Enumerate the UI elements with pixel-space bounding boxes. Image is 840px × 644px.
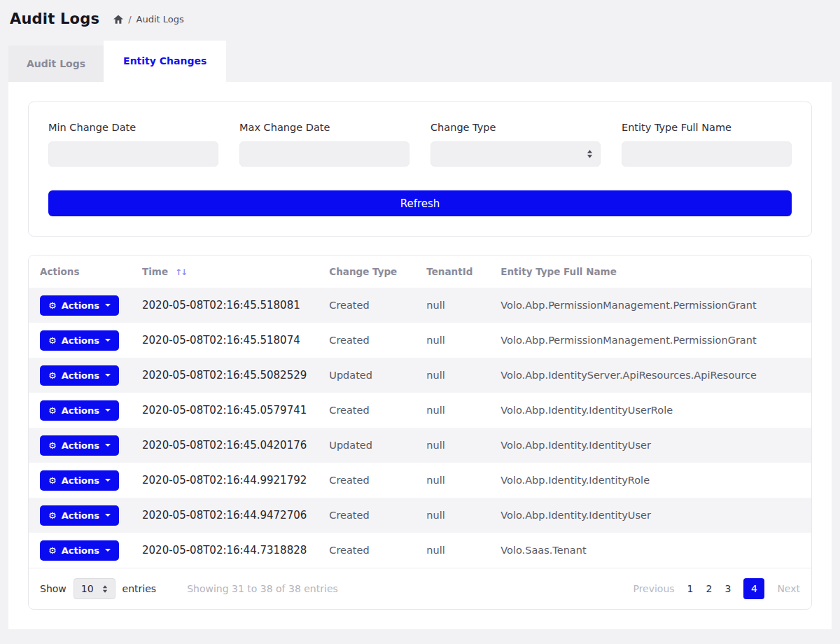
show-label: Show — [40, 583, 66, 594]
tab-audit-logs[interactable]: Audit Logs — [8, 46, 104, 82]
row-actions-button[interactable]: ⚙Actions — [40, 435, 119, 456]
entity-type-cell: Volo.Abp.Identity.IdentityUser — [489, 498, 811, 533]
table-row: ⚙Actions2020-05-08T02:16:44.7318828Creat… — [29, 533, 811, 568]
column-header-tenant-id: TenantId — [415, 255, 489, 288]
entity-type-cell: Volo.Abp.IdentityServer.ApiResources.Api… — [489, 358, 811, 393]
tenant-id-cell: null — [415, 533, 489, 568]
main-panel: Min Change Date Max Change Date Change T… — [8, 82, 832, 629]
tab-entity-changes[interactable]: Entity Changes — [104, 41, 226, 82]
pagination-page-4[interactable]: 4 — [743, 578, 764, 599]
tab-bar: Audit Logs Entity Changes — [8, 41, 832, 82]
time-cell: 2020-05-08T02:16:45.518081 — [131, 288, 318, 323]
table-row: ⚙Actions2020-05-08T02:16:44.9921792Creat… — [29, 463, 811, 498]
tenant-id-cell: null — [415, 358, 489, 393]
page-size-value: 10 — [81, 583, 94, 594]
tenant-id-cell: null — [415, 463, 489, 498]
column-header-entity-type: Entity Type Full Name — [489, 255, 811, 288]
table-body: ⚙Actions2020-05-08T02:16:45.518081Create… — [29, 288, 811, 568]
tenant-id-cell: null — [415, 498, 489, 533]
change-type-cell: Created — [318, 498, 415, 533]
row-actions-button[interactable]: ⚙Actions — [40, 295, 119, 316]
pagination-next[interactable]: Next — [777, 583, 800, 594]
entity-type-cell: Volo.Abp.Identity.IdentityUserRole — [489, 393, 811, 428]
entity-type-cell: Volo.Abp.PermissionManagement.Permission… — [489, 323, 811, 358]
change-type-cell: Updated — [318, 358, 415, 393]
min-change-date-input[interactable] — [48, 141, 218, 167]
pagination-page-3[interactable]: 3 — [724, 583, 731, 594]
change-type-select[interactable] — [430, 141, 601, 167]
table-row: ⚙Actions2020-05-08T02:16:45.0420176Updat… — [29, 428, 811, 463]
filter-card: Min Change Date Max Change Date Change T… — [28, 102, 812, 237]
tenant-id-cell: null — [415, 288, 489, 323]
caret-down-icon — [105, 339, 111, 342]
max-change-date-label: Max Change Date — [239, 122, 410, 133]
breadcrumb: / Audit Logs — [113, 14, 184, 24]
max-change-date-input[interactable] — [239, 141, 410, 167]
pagination: Previous 1234 Next — [633, 578, 800, 599]
change-type-cell: Created — [318, 463, 415, 498]
entries-label: entries — [122, 583, 157, 594]
row-actions-button[interactable]: ⚙Actions — [40, 365, 119, 386]
time-cell: 2020-05-08T02:16:45.0420176 — [131, 428, 318, 463]
min-change-date-label: Min Change Date — [48, 122, 218, 133]
change-type-cell: Created — [318, 393, 415, 428]
actions-button-label: Actions — [62, 300, 99, 311]
filter-field-min-change-date: Min Change Date — [48, 122, 218, 167]
showing-entries-info: Showing 31 to 38 of 38 entries — [187, 583, 338, 594]
row-actions-button[interactable]: ⚙Actions — [40, 400, 119, 421]
pagination-page-2[interactable]: 2 — [706, 583, 713, 594]
column-header-change-type: Change Type — [318, 255, 415, 288]
gear-icon: ⚙ — [48, 440, 57, 451]
gear-icon: ⚙ — [48, 335, 57, 346]
column-header-time[interactable]: Time↑↓ — [131, 255, 318, 288]
row-actions-button[interactable]: ⚙Actions — [40, 470, 119, 491]
select-arrows-icon — [587, 150, 593, 158]
pagination-pages: 1234 — [687, 578, 765, 599]
sort-icon[interactable]: ↑↓ — [175, 267, 186, 277]
breadcrumb-current: Audit Logs — [136, 14, 184, 24]
gear-icon: ⚙ — [48, 300, 57, 311]
filter-field-entity-type: Entity Type Full Name — [622, 122, 792, 167]
change-type-cell: Created — [318, 323, 415, 358]
table-footer: Show 10 entries Showing 31 to 38 of 38 e… — [29, 568, 811, 609]
change-type-cell: Created — [318, 533, 415, 568]
entity-type-cell: Volo.Saas.Tenant — [489, 533, 811, 568]
breadcrumb-separator: / — [128, 14, 131, 24]
actions-button-label: Actions — [62, 335, 99, 346]
caret-down-icon — [105, 409, 111, 412]
entity-type-cell: Volo.Abp.Identity.IdentityRole — [489, 463, 811, 498]
caret-down-icon — [105, 514, 111, 517]
table-row: ⚙Actions2020-05-08T02:16:44.9472706Creat… — [29, 498, 811, 533]
actions-button-label: Actions — [62, 545, 99, 556]
pagination-previous[interactable]: Previous — [633, 583, 674, 594]
home-icon[interactable] — [113, 15, 123, 24]
caret-down-icon — [105, 374, 111, 377]
entity-type-cell: Volo.Abp.Identity.IdentityUser — [489, 428, 811, 463]
row-actions-button[interactable]: ⚙Actions — [40, 505, 119, 526]
table-row: ⚙Actions2020-05-08T02:16:45.0579741Creat… — [29, 393, 811, 428]
refresh-button[interactable]: Refresh — [48, 190, 792, 216]
time-cell: 2020-05-08T02:16:44.7318828 — [131, 533, 318, 568]
time-cell: 2020-05-08T02:16:45.5082529 — [131, 358, 318, 393]
row-actions-button[interactable]: ⚙Actions — [40, 330, 119, 351]
gear-icon: ⚙ — [48, 510, 57, 521]
change-type-label: Change Type — [430, 122, 601, 133]
caret-down-icon — [105, 549, 111, 552]
entity-changes-table: Actions Time↑↓ Change Type TenantId Enti… — [29, 255, 811, 568]
tenant-id-cell: null — [415, 393, 489, 428]
filter-field-change-type: Change Type — [430, 122, 601, 167]
actions-button-label: Actions — [62, 405, 99, 416]
page-size-select[interactable]: 10 — [74, 578, 115, 599]
row-actions-button[interactable]: ⚙Actions — [40, 540, 119, 561]
actions-button-label: Actions — [62, 370, 99, 381]
entity-type-label: Entity Type Full Name — [622, 122, 792, 133]
select-arrows-icon — [102, 585, 108, 593]
actions-button-label: Actions — [62, 440, 99, 451]
filter-field-max-change-date: Max Change Date — [239, 122, 410, 167]
table-card: Actions Time↑↓ Change Type TenantId Enti… — [28, 255, 812, 610]
time-cell: 2020-05-08T02:16:44.9472706 — [131, 498, 318, 533]
pagination-page-1[interactable]: 1 — [687, 583, 694, 594]
tenant-id-cell: null — [415, 428, 489, 463]
table-header-row: Actions Time↑↓ Change Type TenantId Enti… — [29, 255, 811, 288]
entity-type-input[interactable] — [622, 141, 792, 167]
